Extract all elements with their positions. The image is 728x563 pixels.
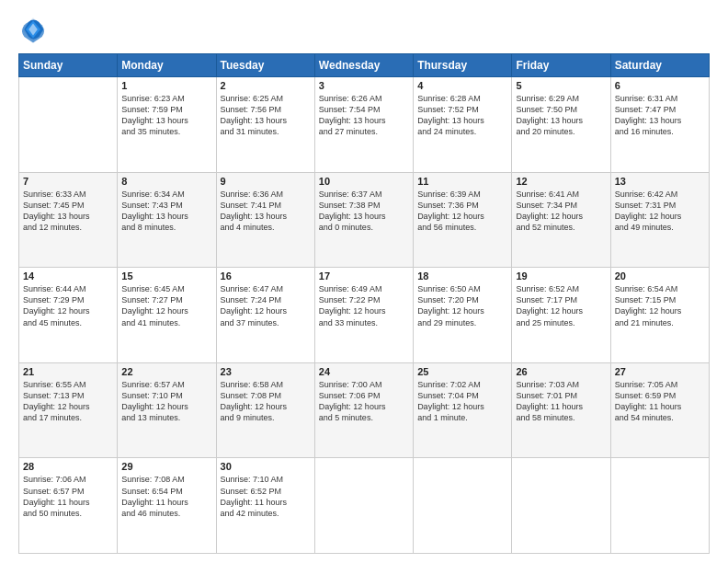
calendar-week-row: 7Sunrise: 6:33 AM Sunset: 7:45 PM Daylig… [19,172,710,268]
day-info: Sunrise: 6:34 AM Sunset: 7:43 PM Dayligh… [121,189,211,234]
day-number: 11 [417,176,507,187]
calendar-cell [414,458,512,554]
day-number: 1 [121,80,211,91]
day-info: Sunrise: 6:31 AM Sunset: 7:47 PM Dayligh… [615,93,705,138]
calendar-cell: 18Sunrise: 6:50 AM Sunset: 7:20 PM Dayli… [414,268,512,363]
day-number: 23 [221,366,311,377]
day-info: Sunrise: 7:02 AM Sunset: 7:04 PM Dayligh… [417,379,507,424]
day-number: 20 [615,270,705,282]
calendar-cell: 2Sunrise: 6:25 AM Sunset: 7:56 PM Daylig… [216,77,314,173]
calendar-cell: 21Sunrise: 6:55 AM Sunset: 7:13 PM Dayli… [19,362,118,458]
day-info: Sunrise: 6:52 AM Sunset: 7:17 PM Dayligh… [516,283,606,328]
day-info: Sunrise: 7:00 AM Sunset: 7:06 PM Dayligh… [319,379,409,424]
calendar-cell: 23Sunrise: 6:58 AM Sunset: 7:08 PM Dayli… [216,362,314,458]
calendar-cell [512,458,610,554]
calendar-cell: 5Sunrise: 6:29 AM Sunset: 7:50 PM Daylig… [512,77,610,173]
day-info: Sunrise: 6:44 AM Sunset: 7:29 PM Dayligh… [23,283,113,328]
calendar-cell: 25Sunrise: 7:02 AM Sunset: 7:04 PM Dayli… [414,362,512,458]
day-info: Sunrise: 6:55 AM Sunset: 7:13 PM Dayligh… [23,379,113,424]
calendar-cell: 11Sunrise: 6:39 AM Sunset: 7:36 PM Dayli… [414,172,512,268]
calendar-cell [610,458,709,554]
calendar-cell: 3Sunrise: 6:26 AM Sunset: 7:54 PM Daylig… [314,77,413,173]
calendar-cell: 14Sunrise: 6:44 AM Sunset: 7:29 PM Dayli… [19,268,118,363]
day-number: 3 [319,80,409,91]
day-number: 19 [516,270,606,282]
calendar-cell: 28Sunrise: 7:06 AM Sunset: 6:57 PM Dayli… [19,458,118,554]
calendar-week-row: 28Sunrise: 7:06 AM Sunset: 6:57 PM Dayli… [19,458,710,554]
header [18,15,710,44]
day-info: Sunrise: 6:25 AM Sunset: 7:56 PM Dayligh… [221,93,311,138]
calendar-cell [314,458,413,554]
day-info: Sunrise: 6:47 AM Sunset: 7:24 PM Dayligh… [221,283,311,328]
calendar-cell: 22Sunrise: 6:57 AM Sunset: 7:10 PM Dayli… [118,362,216,458]
day-number: 5 [516,80,606,91]
logo [18,15,51,44]
day-number: 21 [23,366,113,377]
day-number: 29 [121,461,211,472]
day-info: Sunrise: 6:50 AM Sunset: 7:20 PM Dayligh… [417,283,507,328]
calendar-cell: 12Sunrise: 6:41 AM Sunset: 7:34 PM Dayli… [512,172,610,268]
calendar-cell: 6Sunrise: 6:31 AM Sunset: 7:47 PM Daylig… [610,77,709,173]
calendar-cell: 26Sunrise: 7:03 AM Sunset: 7:01 PM Dayli… [512,362,610,458]
calendar-cell: 13Sunrise: 6:42 AM Sunset: 7:31 PM Dayli… [610,172,709,268]
calendar-cell: 29Sunrise: 7:08 AM Sunset: 6:54 PM Dayli… [118,458,216,554]
day-info: Sunrise: 7:06 AM Sunset: 6:57 PM Dayligh… [23,474,113,519]
calendar-cell: 20Sunrise: 6:54 AM Sunset: 7:15 PM Dayli… [610,268,709,363]
day-info: Sunrise: 6:39 AM Sunset: 7:36 PM Dayligh… [417,189,507,234]
calendar-day-header: Wednesday [314,54,413,77]
calendar-cell: 8Sunrise: 6:34 AM Sunset: 7:43 PM Daylig… [118,172,216,268]
day-info: Sunrise: 6:58 AM Sunset: 7:08 PM Dayligh… [221,379,311,424]
calendar-cell: 1Sunrise: 6:23 AM Sunset: 7:59 PM Daylig… [118,77,216,173]
day-info: Sunrise: 6:45 AM Sunset: 7:27 PM Dayligh… [121,283,211,328]
page: SundayMondayTuesdayWednesdayThursdayFrid… [0,0,728,563]
day-number: 8 [121,176,211,187]
calendar-cell [19,77,118,173]
calendar-day-header: Tuesday [216,54,314,77]
day-info: Sunrise: 6:42 AM Sunset: 7:31 PM Dayligh… [615,189,705,234]
calendar-day-header: Sunday [19,54,118,77]
calendar-cell: 24Sunrise: 7:00 AM Sunset: 7:06 PM Dayli… [314,362,413,458]
day-number: 14 [23,270,113,282]
day-info: Sunrise: 6:29 AM Sunset: 7:50 PM Dayligh… [516,93,606,138]
day-number: 6 [615,80,705,91]
day-info: Sunrise: 6:26 AM Sunset: 7:54 PM Dayligh… [319,93,409,138]
day-info: Sunrise: 7:03 AM Sunset: 7:01 PM Dayligh… [516,379,606,424]
day-info: Sunrise: 7:08 AM Sunset: 6:54 PM Dayligh… [121,474,211,519]
general-blue-logo-icon [18,15,48,44]
calendar-week-row: 14Sunrise: 6:44 AM Sunset: 7:29 PM Dayli… [19,268,710,363]
calendar-cell: 15Sunrise: 6:45 AM Sunset: 7:27 PM Dayli… [118,268,216,363]
day-info: Sunrise: 6:23 AM Sunset: 7:59 PM Dayligh… [121,93,211,138]
calendar-cell: 4Sunrise: 6:28 AM Sunset: 7:52 PM Daylig… [414,77,512,173]
day-number: 27 [615,366,705,377]
day-number: 2 [221,80,311,91]
day-number: 28 [23,461,113,472]
calendar-cell: 27Sunrise: 7:05 AM Sunset: 6:59 PM Dayli… [610,362,709,458]
day-info: Sunrise: 6:36 AM Sunset: 7:41 PM Dayligh… [221,189,311,234]
calendar-week-row: 1Sunrise: 6:23 AM Sunset: 7:59 PM Daylig… [19,77,710,173]
calendar-cell: 17Sunrise: 6:49 AM Sunset: 7:22 PM Dayli… [314,268,413,363]
day-info: Sunrise: 6:33 AM Sunset: 7:45 PM Dayligh… [23,189,113,234]
calendar-day-header: Friday [512,54,610,77]
calendar-cell: 16Sunrise: 6:47 AM Sunset: 7:24 PM Dayli… [216,268,314,363]
day-number: 10 [319,176,409,187]
day-number: 13 [615,176,705,187]
day-info: Sunrise: 7:10 AM Sunset: 6:52 PM Dayligh… [221,474,311,519]
day-info: Sunrise: 6:54 AM Sunset: 7:15 PM Dayligh… [615,283,705,328]
calendar-table: SundayMondayTuesdayWednesdayThursdayFrid… [18,53,710,554]
day-info: Sunrise: 6:49 AM Sunset: 7:22 PM Dayligh… [319,283,409,328]
day-info: Sunrise: 6:41 AM Sunset: 7:34 PM Dayligh… [516,189,606,234]
calendar-day-header: Monday [118,54,216,77]
day-number: 26 [516,366,606,377]
calendar-cell: 10Sunrise: 6:37 AM Sunset: 7:38 PM Dayli… [314,172,413,268]
calendar-week-row: 21Sunrise: 6:55 AM Sunset: 7:13 PM Dayli… [19,362,710,458]
calendar-header-row: SundayMondayTuesdayWednesdayThursdayFrid… [19,54,710,77]
day-number: 24 [319,366,409,377]
day-number: 12 [516,176,606,187]
day-info: Sunrise: 6:28 AM Sunset: 7:52 PM Dayligh… [417,93,507,138]
day-number: 16 [221,270,311,282]
calendar-day-header: Thursday [414,54,512,77]
day-number: 15 [121,270,211,282]
calendar-cell: 7Sunrise: 6:33 AM Sunset: 7:45 PM Daylig… [19,172,118,268]
day-number: 9 [221,176,311,187]
calendar-cell: 9Sunrise: 6:36 AM Sunset: 7:41 PM Daylig… [216,172,314,268]
